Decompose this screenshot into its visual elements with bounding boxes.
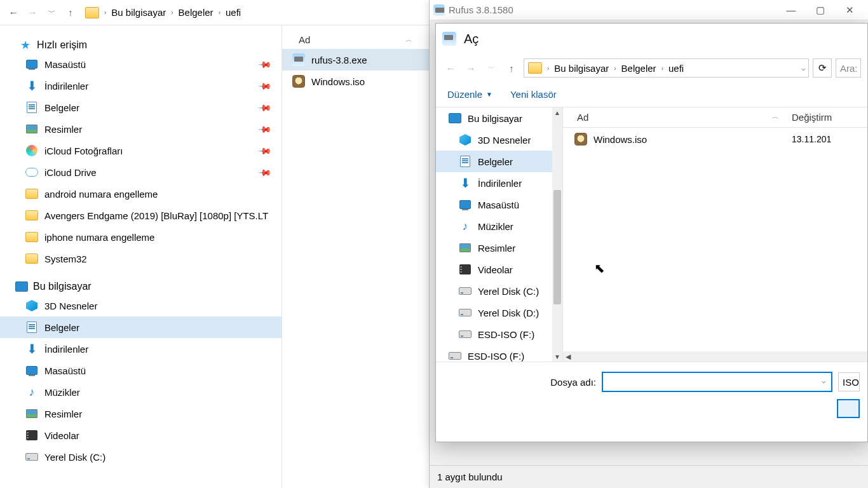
pin-icon: 📌 xyxy=(257,165,272,179)
drive-icon xyxy=(449,350,461,362)
scroll-thumb[interactable] xyxy=(553,190,561,304)
horizontal-scrollbar[interactable]: ◀ xyxy=(563,351,867,362)
dlg-nav-back[interactable]: ← xyxy=(442,60,459,76)
dialog-file-list[interactable]: Ad ︿ Değiştirm Windows.iso13.11.201 ◀ xyxy=(563,107,867,362)
explorer-nav-pane[interactable]: ★ Hızlı erişim Masaüstü📌⬇İndirilenler📌Be… xyxy=(0,25,282,488)
nav-item-label: Avengers Endgame (2019) [BluRay] [1080p]… xyxy=(44,210,268,221)
breadcrumb-item[interactable]: uefi xyxy=(666,62,686,75)
breadcrumb-item[interactable]: Belgeler xyxy=(176,6,216,19)
minimize-button[interactable]: ― xyxy=(776,0,806,20)
dlg-nav-label: Yerel Disk (D:) xyxy=(478,308,539,318)
folder-icon xyxy=(25,253,38,264)
nav-item[interactable]: ⬇İndirilenler xyxy=(0,338,281,360)
music-icon: ♪ xyxy=(459,220,471,232)
nav-scrollbar[interactable]: ▲ ▼ xyxy=(552,107,562,362)
dlg-nav-item[interactable]: ESD-ISO (F:) xyxy=(436,323,562,345)
nav-forward-button[interactable]: → xyxy=(24,4,41,21)
chevron-right-icon[interactable]: › xyxy=(170,9,174,16)
organize-button[interactable]: Düzenle ▼ xyxy=(447,89,492,100)
dlg-nav-item[interactable]: Belgeler xyxy=(436,151,562,172)
dlg-nav-forward[interactable]: → xyxy=(463,60,479,76)
scroll-left-icon[interactable]: ◀ xyxy=(563,351,573,362)
nav-item[interactable]: ⬇İndirilenler📌 xyxy=(0,75,281,97)
filename-input[interactable]: ⌵ xyxy=(602,372,832,391)
breadcrumb-bar[interactable]: › Bu bilgisayar › Belgeler › uefi xyxy=(85,6,243,19)
nav-item[interactable]: iphone numara engelleme xyxy=(0,226,281,248)
chevron-right-icon[interactable]: › xyxy=(660,65,665,72)
dlg-nav-label: Belgeler xyxy=(478,156,513,167)
search-input[interactable]: Ara: xyxy=(836,58,861,78)
file-filter-select[interactable]: ISO xyxy=(838,372,860,391)
dialog-title: Aç xyxy=(464,32,478,46)
filename-label: Dosya adı: xyxy=(444,377,596,388)
scroll-down-icon[interactable]: ▼ xyxy=(552,351,562,362)
nav-item[interactable]: android numara engelleme xyxy=(0,183,281,205)
dlg-nav-label: İndirilenler xyxy=(478,178,522,189)
rufus-icon xyxy=(433,4,445,16)
nav-back-button[interactable]: ← xyxy=(5,4,22,21)
chevron-right-icon[interactable]: › xyxy=(217,9,222,16)
nav-item[interactable]: Yerel Disk (C:) xyxy=(0,446,281,468)
nav-item-label: Müzikler xyxy=(44,387,80,398)
nav-recent-dropdown[interactable]: ﹀ xyxy=(43,4,60,21)
dlg-nav-item[interactable]: 3D Nesneler xyxy=(436,129,562,151)
scroll-up-icon[interactable]: ▲ xyxy=(552,107,562,118)
col-name-header[interactable]: Ad ︿ xyxy=(563,112,792,123)
nav-item[interactable]: Videolar xyxy=(0,424,281,446)
dialog-nav-pane[interactable]: Bu bilgisayar3D NesnelerBelgeler⬇İndiril… xyxy=(436,107,563,362)
refresh-button[interactable]: ⟳ xyxy=(813,58,832,78)
dlg-nav-item[interactable]: Yerel Disk (C:) xyxy=(436,280,562,302)
nav-item[interactable]: Belgeler📌 xyxy=(0,97,281,118)
nav-item[interactable]: iCloud Fotoğrafları📌 xyxy=(0,140,281,161)
chevron-down-icon[interactable]: ⌵ xyxy=(801,64,806,72)
nav-item[interactable]: iCloud Drive📌 xyxy=(0,161,281,183)
rufus-titlebar[interactable]: Rufus 3.8.1580 ― ▢ ✕ xyxy=(430,0,868,20)
dlg-nav-item[interactable]: Videolar xyxy=(436,259,562,280)
dlg-file-row[interactable]: Windows.iso13.11.201 xyxy=(563,128,867,151)
breadcrumb-item[interactable]: Bu bilgisayar xyxy=(109,6,168,19)
chevron-right-icon[interactable]: › xyxy=(103,9,107,16)
nav-item[interactable]: 3D Nesneler xyxy=(0,295,281,316)
nav-item[interactable]: Resimler📌 xyxy=(0,118,281,140)
dlg-nav-item[interactable]: ⬇İndirilenler xyxy=(436,172,562,194)
this-pc-header[interactable]: Bu bilgisayar xyxy=(0,278,281,295)
nav-item[interactable]: Avengers Endgame (2019) [BluRay] [1080p]… xyxy=(0,205,281,226)
dlg-nav-item[interactable]: Masaüstü xyxy=(436,194,562,215)
dlg-nav-item[interactable]: Yerel Disk (D:) xyxy=(436,302,562,323)
pc-icon xyxy=(449,112,461,124)
quick-access-header[interactable]: ★ Hızlı erişim xyxy=(0,37,281,53)
chevron-right-icon[interactable]: › xyxy=(613,65,617,72)
folder-icon xyxy=(528,62,542,74)
nav-item[interactable]: Masaüstü xyxy=(0,360,281,381)
dlg-nav-item[interactable]: Bu bilgisayar xyxy=(436,107,562,129)
new-folder-button[interactable]: Yeni klasör xyxy=(510,89,557,100)
nav-item[interactable]: Masaüstü📌 xyxy=(0,53,281,75)
nav-item[interactable]: ♪Müzikler xyxy=(0,381,281,403)
chevron-right-icon[interactable]: › xyxy=(546,65,550,72)
nav-item[interactable]: System32 xyxy=(0,248,281,269)
drive-icon xyxy=(459,329,471,340)
breadcrumb-item[interactable]: Belgeler xyxy=(619,62,659,75)
open-button[interactable] xyxy=(837,399,860,418)
icloud-photo-icon xyxy=(25,145,38,156)
rufus-icon xyxy=(292,54,305,65)
nav-item[interactable]: Resimler xyxy=(0,403,281,424)
dlg-nav-up[interactable]: ↑ xyxy=(503,60,520,76)
breadcrumb-item[interactable]: uefi xyxy=(223,6,243,19)
close-button[interactable]: ✕ xyxy=(835,0,864,20)
dlg-nav-item[interactable]: ESD-ISO (F:) xyxy=(436,345,562,362)
nav-up-button[interactable]: ↑ xyxy=(62,4,79,21)
dlg-nav-item[interactable]: Resimler xyxy=(436,237,562,259)
doc-icon xyxy=(25,102,38,113)
chevron-down-icon[interactable]: ⌵ xyxy=(822,377,826,385)
col-modified-header[interactable]: Değiştirm xyxy=(792,112,867,123)
dlg-nav-item[interactable]: ♪Müzikler xyxy=(436,215,562,237)
breadcrumb-item[interactable]: Bu bilgisayar xyxy=(552,62,611,75)
nav-item[interactable]: Belgeler xyxy=(0,316,281,338)
rufus-icon xyxy=(442,32,456,46)
dlg-nav-recent[interactable]: ﹀ xyxy=(483,60,499,76)
dlg-nav-label: Müzikler xyxy=(478,221,513,232)
file-name: rufus-3.8.exe xyxy=(311,55,367,65)
maximize-button[interactable]: ▢ xyxy=(806,0,835,20)
dlg-address-box[interactable]: › Bu bilgisayar › Belgeler › uefi ⌵ xyxy=(524,58,809,78)
